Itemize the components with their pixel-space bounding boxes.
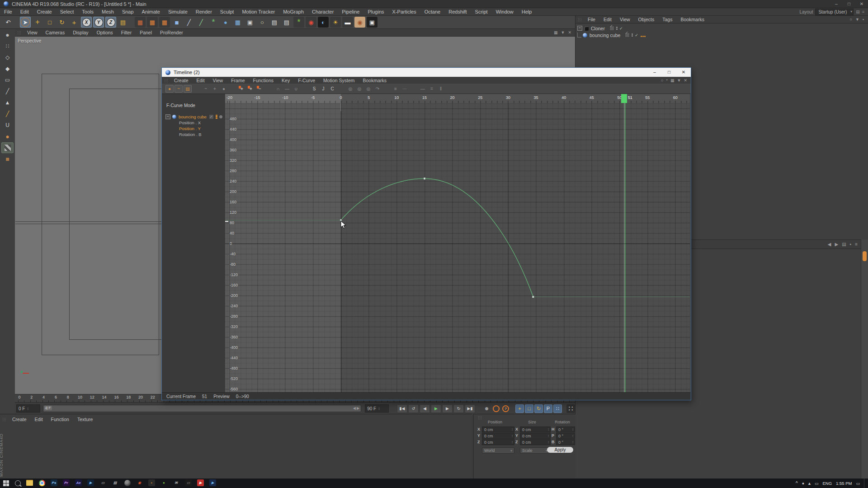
delete-key-icon[interactable]: − <box>256 85 264 93</box>
track-label[interactable]: Position . Y <box>179 126 201 131</box>
menu-icon[interactable]: ≡ <box>855 242 858 247</box>
texture-mode-icon[interactable] <box>1 142 14 153</box>
lock-icon[interactable]: ▪ <box>850 242 852 247</box>
step-interp-icon[interactable]: ∪ <box>292 85 300 93</box>
apply-button[interactable]: Apply <box>547 447 573 453</box>
viewport-menu-display[interactable]: Display <box>69 30 92 35</box>
monitor-app-icon[interactable]: ▭ <box>97 479 109 488</box>
visibility-dots-icon[interactable] <box>632 33 633 37</box>
stepper-icon[interactable]: ↕ <box>572 427 574 432</box>
render-doc-icon[interactable]: ▤ <box>269 17 280 28</box>
menu-octane[interactable]: Octane <box>420 9 444 14</box>
youtube-icon[interactable]: ▶ <box>194 479 207 488</box>
key-parameter-button[interactable]: P <box>544 404 552 413</box>
edit-state-icon[interactable] <box>609 26 614 31</box>
show-desktop-button[interactable] <box>864 479 866 488</box>
playhead-chip[interactable] <box>621 94 627 103</box>
om-menu-bookmarks[interactable]: Bookmarks <box>676 17 708 22</box>
track-label[interactable]: Position . X <box>179 120 201 125</box>
clock[interactable]: 1:55 PM <box>836 481 852 486</box>
menu-edit[interactable]: Edit <box>16 9 33 14</box>
menu-script[interactable]: Script <box>471 9 492 14</box>
timeline-window[interactable]: Timeline (2) – □ ✕ CreateEditViewFrameFu… <box>162 68 691 400</box>
menu-create[interactable]: Create <box>33 9 56 14</box>
grid-icon[interactable]: ▦ <box>670 78 675 83</box>
material-menu-edit[interactable]: Edit <box>31 417 47 422</box>
timeline-menu-f-curve[interactable]: F-Curve <box>294 78 319 83</box>
timeline-menu-functions[interactable]: Functions <box>249 78 278 83</box>
live-selection-icon[interactable]: ➤ <box>20 17 31 28</box>
coordinate-header[interactable]: Rotation <box>552 420 573 424</box>
visibility-dots-icon[interactable] <box>616 27 618 30</box>
lock-x-axis-icon[interactable]: X <box>81 17 92 28</box>
menu-animate[interactable]: Animate <box>138 9 164 14</box>
next-frame-button[interactable]: ▶ <box>442 404 453 413</box>
edit-state-icon[interactable] <box>625 33 630 38</box>
keyframe-presets-icon[interactable]: ∷ <box>566 404 575 413</box>
ease-in-icon[interactable]: S <box>310 85 318 93</box>
viewport-menu-filter[interactable]: Filter <box>117 30 136 35</box>
forward-icon[interactable]: ▶ <box>835 242 838 247</box>
stepper-icon[interactable]: ↕ <box>378 406 380 411</box>
start-button[interactable] <box>0 479 12 488</box>
close-panel-icon[interactable]: ✕ <box>684 78 687 83</box>
menu-sculpt[interactable]: Sculpt <box>216 9 238 14</box>
expand-icon[interactable]: − <box>165 114 170 119</box>
back-icon[interactable]: ◀ <box>828 242 831 247</box>
pin-icon[interactable]: ▼ <box>677 78 681 83</box>
layout-select[interactable]: Startup (User) <box>815 9 854 15</box>
houdini-icon[interactable]: ● <box>158 479 170 488</box>
cinema4d-icon[interactable] <box>121 479 133 488</box>
panel-grip-icon[interactable] <box>17 31 21 34</box>
record-button[interactable]: ● <box>482 404 491 413</box>
close-button[interactable]: ✕ <box>855 0 868 8</box>
timeline-menu-bookmarks[interactable]: Bookmarks <box>359 78 391 83</box>
fcurve-frame-ruler[interactable]: -20-15-10-505101520253035404550556051 <box>225 94 690 103</box>
octane-icon[interactable]: ◉ <box>133 479 146 488</box>
track-state-icon[interactable] <box>219 115 222 118</box>
security-tray-icon[interactable]: ● <box>802 481 804 486</box>
menu-redshift[interactable]: Redshift <box>444 9 471 14</box>
stepper-icon[interactable]: ↕ <box>511 440 513 444</box>
coordinate-field[interactable]: 0 cm↕ <box>482 427 514 432</box>
model-sphere-icon[interactable]: ● <box>1 29 14 40</box>
add-key-selected-icon[interactable]: + <box>247 85 255 93</box>
movies-tv-icon[interactable]: ▶ <box>207 479 219 488</box>
action-center-icon[interactable]: ▭ <box>856 481 860 486</box>
gear-icon[interactable]: * <box>666 78 668 83</box>
keyframe-selection-button[interactable]: ? <box>501 404 510 413</box>
range-start-field[interactable]: 0 F↕ <box>16 404 40 413</box>
brush-tool-icon[interactable]: ● <box>1 131 14 142</box>
octane-icon[interactable]: ◉ <box>306 17 316 28</box>
expand-icon[interactable]: − <box>577 26 582 31</box>
polygons-mode-icon[interactable]: ◆ <box>1 63 14 74</box>
pen-spline-icon[interactable]: ╱ <box>184 17 194 28</box>
zbrush-icon[interactable]: ▪ <box>146 479 158 488</box>
track-edit-icon[interactable] <box>209 114 214 119</box>
lock-icon[interactable]: ▪ <box>863 17 864 22</box>
panel-grip-icon[interactable] <box>164 79 168 82</box>
slider-left-arrow-icon[interactable]: ◀ <box>45 405 47 411</box>
om-menu-tags[interactable]: Tags <box>658 17 676 22</box>
area-light-icon[interactable]: ▬ <box>342 17 353 28</box>
material-menu-function[interactable]: Function <box>47 417 73 422</box>
terminal-icon[interactable]: ▭ <box>182 479 194 488</box>
extrude-tool-icon[interactable]: ▲ <box>1 97 14 108</box>
stepper-icon[interactable]: ↕ <box>547 440 549 444</box>
stepper-icon[interactable]: ↕ <box>572 440 574 444</box>
render-to-picture-icon[interactable]: ▦ <box>147 17 158 28</box>
loop-button[interactable]: ↻ <box>453 404 464 413</box>
stepper-icon[interactable]: ↕ <box>547 434 549 438</box>
timeline-menu-frame[interactable]: Frame <box>227 78 249 83</box>
simulate-drop-icon[interactable]: ● <box>220 17 231 28</box>
link-view-icon[interactable]: ● <box>220 85 228 93</box>
layout-menu-icon[interactable]: ≡ <box>862 9 864 14</box>
timeline-menu-motion-system[interactable]: Motion System <box>319 78 359 83</box>
material-tool-icon[interactable]: ■ <box>1 154 14 164</box>
panel-grip-icon[interactable] <box>2 418 6 421</box>
minimize-button[interactable]: – <box>647 68 662 77</box>
snapshot-icon[interactable]: + <box>211 85 219 93</box>
coordinate-field[interactable]: 0 cm↕ <box>482 433 514 439</box>
snap-keys-icon[interactable]: ≡ <box>392 85 400 93</box>
vp-grid-icon[interactable]: ▦ <box>554 30 558 35</box>
